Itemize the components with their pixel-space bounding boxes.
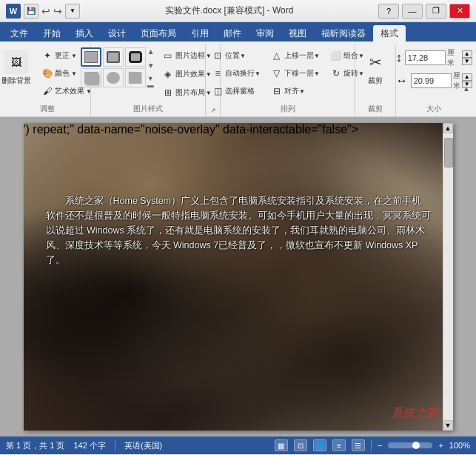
position-dropdown-icon[interactable]: ▼ — [240, 53, 246, 59]
picture-layout-icon: ⊞ — [162, 87, 174, 99]
height-input[interactable] — [405, 50, 446, 65]
document-page: ') repeat;" data-name="noise-overlay" da… — [24, 123, 453, 431]
forward-dropdown-icon[interactable]: ▼ — [314, 53, 320, 59]
minimize-button[interactable]: — — [402, 4, 423, 19]
styles-scroll-up[interactable]: ▲ — [147, 47, 155, 56]
adjust-group-label: 调整 — [40, 104, 55, 116]
picture-styles-expand-icon[interactable]: ↗ — [210, 107, 216, 114]
size-group-label: 大小 — [426, 104, 441, 116]
corrections-icon: ✦ — [41, 50, 53, 62]
style-item-5[interactable] — [103, 68, 124, 87]
web-layout-view-btn[interactable]: 🌐 — [313, 439, 326, 451]
tab-pagelayout[interactable]: 页面布局 — [133, 25, 184, 41]
tab-design[interactable]: 设计 — [101, 25, 133, 41]
width-spin-up[interactable]: ▲ — [462, 73, 472, 81]
draft-view-btn[interactable]: ☰ — [352, 439, 365, 451]
align-dropdown-icon[interactable]: ▼ — [299, 88, 305, 95]
zoom-level: 100% — [449, 441, 470, 450]
width-input[interactable] — [411, 73, 452, 88]
send-backward-icon: ▽ — [271, 67, 283, 79]
outline-view-btn[interactable]: ≡ — [332, 439, 346, 451]
wrap-dropdown-icon[interactable]: ▼ — [255, 70, 261, 77]
style-item-2[interactable] — [103, 47, 124, 67]
undo-button[interactable]: ↩ — [41, 5, 50, 17]
customize-qat-icon[interactable]: ▼ — [65, 4, 80, 19]
ribbon-content: 🖼 删除背景 ✦ 更正 ▼ 🎨 颜色 ▼ — [0, 41, 476, 117]
styles-scroll-down[interactable]: ▼ — [147, 62, 155, 70]
style-item-1[interactable] — [81, 47, 101, 67]
ribbon-group-size: ↕ 厘米 ▲ ▼ ↔ 厘米 ▲ ▼ — [396, 44, 472, 116]
crop-button[interactable]: ✂ 裁剪 — [358, 47, 393, 89]
height-spin-up[interactable]: ▲ — [462, 50, 472, 58]
width-icon: ↔ — [396, 74, 408, 87]
document-area: ') repeat;" data-name="noise-overlay" da… — [0, 117, 476, 436]
scroll-thumb[interactable] — [444, 138, 453, 167]
tab-references[interactable]: 引用 — [184, 25, 216, 41]
tab-foxit[interactable]: 福昕阅读器 — [314, 25, 373, 41]
align-icon: ⊟ — [271, 85, 283, 97]
restore-button[interactable]: ❐ — [426, 4, 446, 19]
title-bar-left: W 💾 ↩ ↪ ▼ — [6, 4, 80, 19]
tab-mailings[interactable]: 邮件 — [216, 25, 249, 41]
save-icon[interactable]: 💾 — [24, 4, 38, 19]
zoom-in-btn[interactable]: + — [438, 441, 443, 450]
tab-insert[interactable]: 插入 — [68, 25, 101, 41]
styles-more[interactable]: ▼▬ — [147, 76, 155, 89]
zoom-slider[interactable] — [388, 442, 432, 448]
align-button[interactable]: ⊟ 对齐 ▼ — [267, 83, 324, 99]
remove-background-button[interactable]: 🖼 删除背景 — [0, 47, 34, 89]
ribbon-group-arrange: ⊡ 位置 ▼ ≡ 自动换行 ▼ ◫ 选择窗格 — [221, 44, 355, 116]
selection-pane-button[interactable]: ◫ 选择窗格 — [207, 83, 265, 99]
status-bar: 第 1 页，共 1 页 142 个字 英语(美国) ▦ ⊡ 🌐 ≡ ☰ − + … — [0, 436, 476, 454]
height-input-row: ↕ 厘米 ▲ ▼ — [396, 47, 472, 68]
language-status: 英语(美国) — [124, 440, 162, 451]
zoom-thumb[interactable] — [412, 442, 420, 449]
style-item-3[interactable] — [125, 47, 146, 67]
color-dropdown-icon[interactable]: ▼ — [71, 70, 77, 77]
picture-styles-row1 — [81, 47, 146, 67]
style-item-6[interactable] — [125, 68, 146, 87]
tab-view[interactable]: 视图 — [281, 25, 314, 41]
tab-format[interactable]: 格式 — [373, 25, 406, 41]
document-text: 系统之家（Home System）广义上包含了电脑系统安装指引及系统安装，在之前… — [46, 193, 431, 268]
ribbon-group-crop: ✂ 裁剪 裁剪 — [355, 44, 396, 116]
height-unit: 厘米 — [447, 47, 460, 68]
height-icon: ↕ — [396, 51, 402, 64]
close-button[interactable]: ✕ — [449, 4, 470, 19]
ribbon-tabs: 文件 开始 插入 设计 页面布局 引用 邮件 审阅 视图 福昕阅读器 格式 — [0, 22, 476, 41]
corrections-dropdown-icon[interactable]: ▼ — [71, 53, 77, 59]
remove-bg-icon: 🖼 — [4, 50, 28, 74]
bring-forward-button[interactable]: △ 上移一层 ▼ — [267, 47, 324, 64]
vertical-scrollbar: ▲ ▼ — [443, 123, 453, 431]
tab-home[interactable]: 开始 — [36, 25, 68, 41]
color-icon: 🎨 — [41, 67, 53, 79]
picture-styles-content: ▲ ▼ ▼▬ ▭ 图片边框 ▼ ◈ 图片效果 ▼ — [81, 44, 216, 104]
full-reading-view-btn[interactable]: ⊡ — [294, 439, 307, 451]
arrange-group-label: 排列 — [281, 104, 295, 116]
zoom-out-btn[interactable]: − — [378, 441, 382, 450]
bring-forward-icon: △ — [271, 50, 283, 62]
position-button[interactable]: ⊡ 位置 ▼ — [207, 47, 265, 64]
window-title: 实验文件.docx [兼容模式] - Word — [80, 4, 378, 17]
wrap-text-button[interactable]: ≡ 自动换行 ▼ — [207, 65, 265, 82]
help-button[interactable]: ? — [378, 4, 399, 19]
ribbon-group-adjust: 🖼 删除背景 ✦ 更正 ▼ 🎨 颜色 ▼ — [4, 44, 91, 116]
height-spinners: ▲ ▼ — [462, 50, 472, 65]
height-spin-down[interactable]: ▼ — [462, 58, 472, 65]
style-item-4[interactable] — [81, 68, 101, 87]
scroll-up-arrow[interactable]: ▲ — [443, 123, 453, 133]
adjust-col: 🖼 删除背景 — [0, 47, 34, 89]
print-layout-view-btn[interactable]: ▦ — [275, 439, 288, 451]
scroll-down-arrow[interactable]: ▼ — [443, 420, 453, 431]
tab-review[interactable]: 审阅 — [249, 25, 281, 41]
crop-content: ✂ 裁剪 — [358, 44, 393, 104]
arrange-content: ⊡ 位置 ▼ ≡ 自动换行 ▼ ◫ 选择窗格 — [207, 44, 369, 104]
tab-file[interactable]: 文件 — [3, 25, 36, 41]
backward-dropdown-icon[interactable]: ▼ — [314, 70, 320, 77]
redo-button[interactable]: ↪ — [53, 5, 62, 17]
page-info: 第 1 页，共 1 页 — [6, 440, 64, 451]
view-divider — [371, 440, 372, 451]
title-bar-right: ? — ❐ ✕ — [378, 4, 470, 19]
ribbon-collapse-icon[interactable]: ▲ — [461, 83, 472, 93]
send-backward-button[interactable]: ▽ 下移一层 ▼ — [267, 65, 324, 82]
